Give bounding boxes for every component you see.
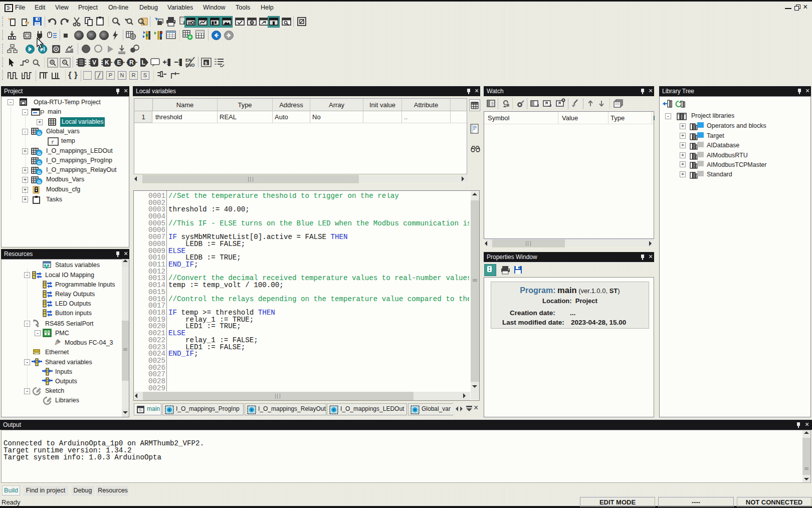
svg-text:G: G — [37, 170, 41, 175]
svg-text:K: K — [105, 59, 109, 66]
svg-text:R: R — [129, 59, 134, 66]
svg-text:V: V — [92, 59, 96, 66]
svg-text:s: s — [205, 60, 208, 66]
svg-text:G: G — [37, 160, 41, 165]
svg-text:G: G — [37, 151, 41, 156]
svg-text:E: E — [117, 59, 121, 66]
svg-text:L: L — [142, 59, 145, 66]
svg-text:G: G — [37, 179, 41, 184]
svg-text:G: G — [37, 131, 41, 136]
svg-text:r: r — [51, 139, 55, 145]
svg-text:P: P — [40, 109, 44, 116]
